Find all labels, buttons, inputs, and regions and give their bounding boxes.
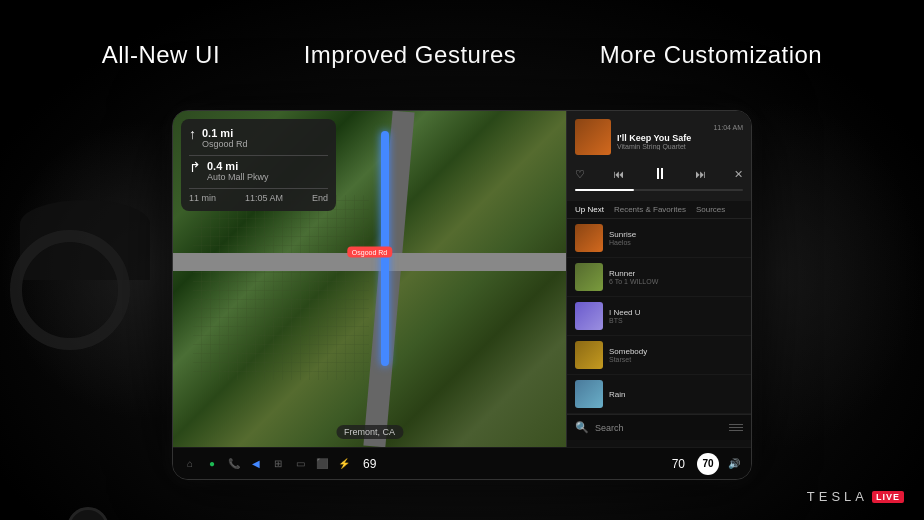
- search-bar[interactable]: 🔍 Search: [567, 414, 751, 440]
- destination-pin: Osgood Rd: [347, 247, 392, 258]
- live-badge: LIVE: [872, 491, 904, 503]
- heart-button[interactable]: ♡: [575, 168, 585, 181]
- track-name: Runner: [609, 269, 743, 278]
- nav-distance-2: 0.4 mi: [207, 160, 269, 172]
- now-playing-info: 11:04 AM I'll Keep You Safe Vitamin Stri…: [617, 124, 743, 150]
- list-item[interactable]: Rain: [567, 375, 751, 414]
- nav-eta: 11 min 11:05 AM End: [189, 193, 328, 203]
- steering-wheel: [10, 230, 130, 350]
- home-icon[interactable]: ⌂: [181, 455, 199, 473]
- bottom-bar: ⌂ ● 📞 ◀ ⊞ ▭ ⬛ ⚡ 69 70 70 🔊: [173, 447, 751, 479]
- filter-line-1: [729, 424, 743, 425]
- tab-sources[interactable]: Sources: [696, 205, 725, 214]
- track-info: Somebody Starset: [609, 347, 743, 363]
- nav-text-1: 0.1 mi Osgood Rd: [202, 127, 248, 149]
- search-icon: 🔍: [575, 421, 589, 434]
- track-thumb: [575, 302, 603, 330]
- track-list: Sunrise Haelos Runner 6 To 1 WILLOW: [567, 219, 751, 414]
- header-label-2: Improved Gestures: [304, 41, 517, 69]
- header-label-1: All-New UI: [102, 41, 220, 69]
- track-name: Somebody: [609, 347, 743, 356]
- nav-street-1: Osgood Rd: [202, 139, 248, 149]
- city-label: Fremont, CA: [336, 425, 403, 439]
- screen-main: Osgood Rd ↑ 0.1 mi Osgood Rd ↱ 0: [173, 111, 751, 447]
- nav-step-1: ↑ 0.1 mi Osgood Rd: [189, 127, 328, 149]
- track-info: Rain: [609, 390, 743, 399]
- list-item[interactable]: Runner 6 To 1 WILLOW: [567, 258, 751, 297]
- track-thumb: [575, 263, 603, 291]
- track-thumb: [575, 341, 603, 369]
- eta-label: End: [312, 193, 328, 203]
- nav-step-2: ↱ 0.4 mi Auto Mall Pkwy: [189, 160, 328, 182]
- skip-back-button[interactable]: ⏮: [613, 168, 624, 180]
- track-info: Sunrise Haelos: [609, 230, 743, 246]
- tab-recents[interactable]: Recents & Favorites: [614, 205, 686, 214]
- nav-divider-2: [189, 188, 328, 189]
- track-name: I Need U: [609, 308, 743, 317]
- now-playing-header: 11:04 AM I'll Keep You Safe Vitamin Stri…: [575, 119, 743, 155]
- speed-limit-badge: 70: [697, 453, 719, 475]
- skip-forward-button[interactable]: ⏭: [695, 168, 706, 180]
- track-info: Runner 6 To 1 WILLOW: [609, 269, 743, 285]
- track-info: I Need U BTS: [609, 308, 743, 324]
- tesla-screen: Osgood Rd ↑ 0.1 mi Osgood Rd ↱ 0: [172, 110, 752, 480]
- track-thumb: [575, 380, 603, 408]
- volume-icon[interactable]: 🔊: [725, 455, 743, 473]
- right-speed: 70: [672, 457, 685, 471]
- filter-line-2: [729, 427, 743, 428]
- navigation-overlay: ↑ 0.1 mi Osgood Rd ↱ 0.4 mi Auto Mall Pk…: [181, 119, 336, 211]
- progress-bar[interactable]: [575, 189, 743, 191]
- filter-icon: [729, 424, 743, 431]
- track-artist: Vitamin String Quartet: [617, 143, 743, 150]
- energy-icon[interactable]: ⚡: [335, 455, 353, 473]
- nav-icon[interactable]: ◀: [247, 455, 265, 473]
- track-artist-name: Starset: [609, 356, 743, 363]
- playback-controls: ♡ ⏮ ⏸ ⏭ ✕: [575, 161, 743, 187]
- current-time: 11:04 AM: [617, 124, 743, 131]
- track-artist-name: 6 To 1 WILLOW: [609, 278, 743, 285]
- eta-arrival: 11:05 AM: [245, 193, 283, 203]
- residential-area: [193, 195, 370, 380]
- car-interior-right: [744, 100, 924, 450]
- nav-arrow-2: ↱: [189, 160, 201, 174]
- bottom-right: 70 70 🔊: [666, 453, 743, 475]
- list-item[interactable]: Somebody Starset: [567, 336, 751, 375]
- now-playing-section: 11:04 AM I'll Keep You Safe Vitamin Stri…: [567, 111, 751, 201]
- phone-icon[interactable]: 📞: [225, 455, 243, 473]
- track-artist-name: Haelos: [609, 239, 743, 246]
- apps-icon[interactable]: ⊞: [269, 455, 287, 473]
- list-item[interactable]: I Need U BTS: [567, 297, 751, 336]
- tv-icon[interactable]: ▭: [291, 455, 309, 473]
- nav-divider: [189, 155, 328, 156]
- up-next-tabs: Up Next Recents & Favorites Sources: [567, 201, 751, 219]
- left-speed: 69: [363, 457, 376, 471]
- list-item[interactable]: Sunrise Haelos: [567, 219, 751, 258]
- tab-up-next[interactable]: Up Next: [575, 205, 604, 214]
- nav-arrow-1: ↑: [189, 127, 196, 141]
- play-pause-button[interactable]: ⏸: [652, 165, 668, 183]
- camera-icon[interactable]: ⬛: [313, 455, 331, 473]
- track-artist-name: BTS: [609, 317, 743, 324]
- header-row: All-New UI Improved Gestures More Custom…: [0, 0, 924, 110]
- nav-street-2: Auto Mall Pkwy: [207, 172, 269, 182]
- album-art: [575, 119, 611, 155]
- up-next-section: Up Next Recents & Favorites Sources Sunr…: [567, 201, 751, 447]
- screen-inner: Osgood Rd ↑ 0.1 mi Osgood Rd ↱ 0: [173, 111, 751, 479]
- search-placeholder: Search: [595, 423, 723, 433]
- music-icon[interactable]: ●: [203, 455, 221, 473]
- eta-time: 11 min: [189, 193, 216, 203]
- track-name: Sunrise: [609, 230, 743, 239]
- sidebar: 11:04 AM I'll Keep You Safe Vitamin Stri…: [566, 111, 751, 447]
- nav-text-2: 0.4 mi Auto Mall Pkwy: [207, 160, 269, 182]
- map-section[interactable]: Osgood Rd ↑ 0.1 mi Osgood Rd ↱ 0: [173, 111, 566, 447]
- progress-fill: [575, 189, 634, 191]
- track-name: Rain: [609, 390, 743, 399]
- header-label-3: More Customization: [600, 41, 822, 69]
- filter-line-3: [729, 430, 743, 431]
- nav-distance-1: 0.1 mi: [202, 127, 248, 139]
- tesla-badge: TESLA LIVE: [807, 489, 904, 504]
- track-thumb: [575, 224, 603, 252]
- close-button[interactable]: ✕: [734, 168, 743, 181]
- tesla-brand: TESLA: [807, 489, 868, 504]
- track-title: I'll Keep You Safe: [617, 133, 743, 143]
